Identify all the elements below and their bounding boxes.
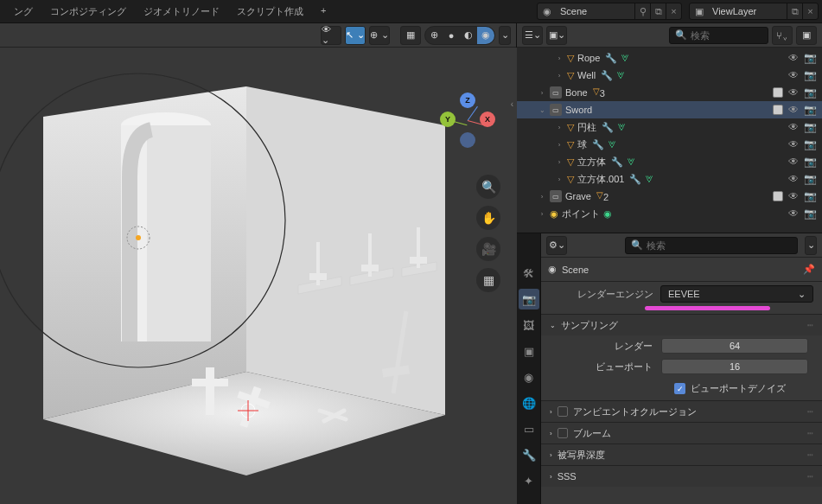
render-toggle[interactable]: 📷 bbox=[804, 190, 817, 202]
visibility-toggle[interactable]: 👁 bbox=[788, 190, 799, 202]
copy-icon[interactable]: ⧉ bbox=[787, 3, 802, 19]
outliner-row[interactable]: ›▽Rope🔧⩔👁📷 bbox=[517, 49, 822, 67]
viewport-3d[interactable]: 👁 ⌄ ↖ ⌄ ⊕ ⌄ ▦ ⊕ ● ◐ ◉ ⌄ オプション⌄ bbox=[0, 23, 517, 504]
vertex-icon[interactable]: ⩔ bbox=[645, 174, 654, 184]
visibility-toggle[interactable]: 👁 bbox=[788, 104, 799, 116]
zoom-button[interactable]: 🔍 bbox=[476, 175, 500, 199]
modifier-icon[interactable]: 🔧 bbox=[611, 156, 623, 168]
bloom-checkbox[interactable] bbox=[558, 428, 568, 438]
visibility-toggle[interactable]: 👁 bbox=[788, 86, 799, 99]
render-toggle[interactable]: 📷 bbox=[804, 156, 817, 168]
render-toggle[interactable]: 📷 bbox=[804, 104, 817, 116]
tab-world[interactable]: 🌐 bbox=[519, 392, 539, 413]
scene-selector[interactable]: ◉ Scene ⚲ ⧉ × bbox=[537, 3, 682, 20]
tab-particles[interactable]: ✦ bbox=[519, 470, 539, 491]
axis-y[interactable]: Y bbox=[440, 112, 456, 127]
vertex-icon[interactable]: ⩔ bbox=[617, 122, 627, 132]
render-samples-field[interactable]: 64 bbox=[661, 338, 808, 354]
wireframe-mode[interactable]: ⊕ bbox=[425, 27, 443, 44]
outliner-mode-dropdown[interactable]: ☰⌄ bbox=[522, 26, 543, 45]
lamp-data-icon[interactable]: ◉ bbox=[603, 208, 612, 220]
modifier-icon[interactable]: 🔧 bbox=[605, 53, 617, 64]
render-toggle[interactable]: 📷 bbox=[804, 121, 817, 133]
modifier-icon[interactable]: 🔧 bbox=[629, 174, 641, 185]
viewport-canvas[interactable] bbox=[0, 48, 517, 504]
modifier-icon[interactable]: 🔧 bbox=[602, 122, 614, 133]
collapse-arrow[interactable]: ‹ bbox=[511, 99, 513, 109]
render-toggle[interactable]: 📷 bbox=[804, 69, 817, 81]
solid-mode[interactable]: ● bbox=[443, 27, 460, 44]
outliner-search[interactable]: 🔍 bbox=[669, 27, 768, 44]
add-workspace-button[interactable]: + bbox=[312, 2, 335, 22]
camera-view-button[interactable]: 🎥 bbox=[476, 237, 500, 261]
visibility-toggle[interactable]: 👁 bbox=[788, 173, 799, 185]
tab-1[interactable]: コンポジティング bbox=[41, 2, 135, 22]
shading-dropdown[interactable]: ⌄ bbox=[499, 26, 511, 45]
visibility-toggle[interactable]: 👁 bbox=[788, 121, 799, 133]
render-toggle[interactable]: 📷 bbox=[804, 138, 817, 150]
ao-panel-header[interactable]: ›アンビエントオクルージョン┅ bbox=[541, 401, 822, 422]
tab-2[interactable]: ジオメトリノード bbox=[135, 2, 228, 22]
close-icon[interactable]: × bbox=[666, 3, 681, 19]
pin-icon[interactable]: 📌 bbox=[803, 264, 815, 275]
axis-x[interactable]: X bbox=[480, 112, 495, 127]
outliner-row[interactable]: ›▽球🔧⩔👁📷 bbox=[517, 136, 822, 153]
outliner-row[interactable]: ›▽Well🔧⩔👁📷 bbox=[517, 67, 822, 84]
props-search-input[interactable] bbox=[647, 240, 792, 251]
close-icon[interactable]: × bbox=[802, 3, 818, 19]
pan-button[interactable]: ✋ bbox=[476, 206, 500, 230]
axis-z[interactable]: Z bbox=[460, 93, 475, 108]
selectability-button[interactable]: ↖ ⌄ bbox=[345, 26, 366, 45]
tab-output[interactable]: 🖼 bbox=[519, 315, 539, 335]
visibility-toggle[interactable]: 👁 bbox=[788, 156, 799, 168]
tab-scene[interactable]: ◉ bbox=[519, 367, 539, 387]
viewlayer-selector[interactable]: ▣ ViewLayer ⧉ × bbox=[689, 3, 819, 20]
sampling-panel-header[interactable]: ⌄サンプリング┅ bbox=[541, 315, 822, 335]
sss-panel-header[interactable]: ›SSS┅ bbox=[541, 466, 822, 487]
outliner-row[interactable]: ›◉ポイント◉👁📷 bbox=[517, 205, 822, 222]
vertex-icon[interactable]: ⩔ bbox=[627, 156, 636, 167]
render-engine-select[interactable]: EEVEE⌄ bbox=[660, 285, 813, 303]
vertex-icon[interactable]: ⩔ bbox=[621, 53, 630, 63]
tab-3[interactable]: スクリプト作成 bbox=[228, 2, 312, 22]
search-input[interactable] bbox=[691, 30, 762, 41]
exclude-checkbox[interactable] bbox=[773, 191, 783, 201]
visibility-toggle[interactable]: 👁 bbox=[788, 207, 799, 220]
render-toggle[interactable]: 📷 bbox=[804, 86, 817, 99]
matcap-mode[interactable]: ◐ bbox=[460, 27, 477, 44]
outliner-row[interactable]: ⌄▭Sword👁📷 bbox=[517, 101, 822, 118]
tab-modifier[interactable]: 🔧 bbox=[519, 444, 539, 465]
outliner-row[interactable]: ›▽立方体🔧⩔👁📷 bbox=[517, 153, 822, 170]
axis-neg-z[interactable] bbox=[460, 132, 475, 148]
outliner-row[interactable]: ›▽円柱🔧⩔👁📷 bbox=[517, 118, 822, 136]
tab-render[interactable]: 📷 bbox=[519, 289, 539, 309]
pin-icon[interactable]: ⚲ bbox=[634, 3, 650, 19]
overlay-toggle[interactable]: ▦ bbox=[400, 26, 421, 45]
gizmo-dropdown[interactable]: ⊕ ⌄ bbox=[369, 26, 390, 45]
rendered-mode[interactable]: ◉ bbox=[477, 27, 494, 44]
exclude-checkbox[interactable] bbox=[773, 105, 783, 115]
visibility-toggle[interactable]: 👁 bbox=[788, 69, 799, 81]
props-options[interactable]: ⌄ bbox=[805, 236, 817, 255]
outliner-row[interactable]: ›▽立方体.001🔧⩔👁📷 bbox=[517, 170, 822, 188]
visibility-dropdown[interactable]: 👁 ⌄ bbox=[321, 26, 341, 45]
tab-object[interactable]: ▭ bbox=[519, 418, 539, 439]
tab-tool[interactable]: 🛠 bbox=[519, 263, 539, 284]
visibility-toggle[interactable]: 👁 bbox=[788, 52, 799, 64]
modifier-icon[interactable]: 🔧 bbox=[601, 70, 613, 81]
tab-viewlayer[interactable]: ▣ bbox=[519, 341, 539, 361]
viewport-samples-field[interactable]: 16 bbox=[661, 359, 808, 374]
exclude-checkbox[interactable] bbox=[773, 87, 783, 98]
props-mode-dropdown[interactable]: ⚙⌄ bbox=[546, 236, 567, 255]
ao-checkbox[interactable] bbox=[558, 406, 568, 417]
bloom-panel-header[interactable]: ›ブルーム┅ bbox=[541, 423, 822, 443]
render-toggle[interactable]: 📷 bbox=[804, 207, 817, 220]
vertex-icon[interactable]: ⩔ bbox=[616, 70, 626, 80]
dof-panel-header[interactable]: ›被写界深度┅ bbox=[541, 444, 822, 465]
nav-gizmo[interactable]: Z Y X bbox=[443, 96, 492, 144]
crumb-scene[interactable]: Scene bbox=[562, 265, 589, 275]
props-search[interactable]: 🔍 bbox=[625, 237, 798, 254]
visibility-toggle[interactable]: 👁 bbox=[788, 138, 799, 150]
tab-0[interactable]: ング bbox=[5, 2, 41, 22]
render-toggle[interactable]: 📷 bbox=[804, 52, 817, 64]
